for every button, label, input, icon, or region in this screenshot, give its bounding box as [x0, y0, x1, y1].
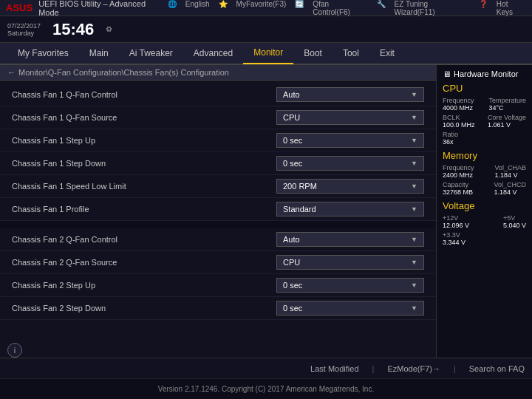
nav-boot[interactable]: Boot: [293, 42, 332, 64]
chassis-fan1-speed-low-limit-dropdown[interactable]: 200 RPM: [276, 179, 424, 194]
bottom-bar2: Version 2.17.1246. Copyright (C) 2017 Am…: [0, 378, 532, 399]
chassis-fan1-qfan-source-row: Chassis Fan 1 Q-Fan Source CPU: [0, 106, 436, 129]
hw-volt-5v-pair: +5V 5.040 V: [503, 214, 526, 229]
chassis-fan1-speed-low-limit-row: Chassis Fan 1 Speed Low Limit 200 RPM: [0, 175, 436, 198]
hw-cpu-temp-pair: Temperature 34°C: [488, 97, 526, 112]
hw-mem-freq-pair: Frequency 2400 MHz: [443, 164, 474, 179]
hw-volt-5v-val: 5.040 V: [503, 222, 526, 229]
hw-monitor-label: Hardware Monitor: [454, 69, 518, 78]
hw-volt-33v-key: +3.3V: [443, 231, 466, 239]
chassis-fan1-profile-dropdown[interactable]: Standard: [276, 202, 424, 216]
hw-cpu-ratio-pair: Ratio 36x: [443, 131, 458, 146]
hw-mem-freq-val: 2400 MHz: [443, 171, 474, 179]
hw-cpu-corevolt-pair: Core Voltage 1.061 V: [488, 114, 526, 129]
monitor-icon: 🖥: [443, 69, 451, 78]
chassis-fan1-qfan-control-dropdown[interactable]: Auto: [276, 87, 424, 102]
chassis-fan1-qfan-source-dropdown[interactable]: CPU: [276, 110, 424, 125]
pipe2: |: [454, 364, 456, 373]
chassis-fan2-step-up-label: Chassis Fan 2 Step Up: [12, 281, 276, 290]
hw-cpu-freq-key: Frequency: [443, 97, 474, 104]
chassis-fan2-step-down-dropdown[interactable]: 0 sec: [276, 301, 424, 316]
myfavorite-icon: ⭐: [219, 0, 228, 16]
hw-volt-33v-pair: +3.3V 3.344 V: [443, 231, 466, 246]
info-button[interactable]: i: [7, 343, 22, 358]
hotkeys-label[interactable]: Hot Keys: [497, 0, 526, 16]
chassis-fan1-speed-low-limit-value: 200 RPM: [276, 179, 424, 194]
nav-main[interactable]: Main: [79, 42, 119, 64]
ez-mode-button[interactable]: EzMode(F7)→: [387, 364, 440, 373]
nav-exit[interactable]: Exit: [369, 42, 405, 64]
hw-mem-cap-key: Capacity: [443, 181, 473, 188]
chassis-fan1-profile-value: Standard: [276, 202, 424, 216]
nav-tool[interactable]: Tool: [332, 42, 369, 64]
nav-my-favorites[interactable]: My Favorites: [7, 42, 79, 64]
hw-cpu-bclk-key: BCLK: [443, 114, 475, 121]
chassis-fan2-qfan-source-dropdown[interactable]: CPU: [276, 255, 424, 270]
hw-cpu-bclk-pair: BCLK 100.0 MHz: [443, 114, 475, 129]
day-text: Saturday: [7, 30, 41, 37]
bottom-bar1: Last Modified | EzMode(F7)→ | Search on …: [0, 358, 532, 378]
hw-volt-12v-key: +12V: [443, 214, 469, 222]
hw-mem-volchab-pair: Vol_CHAB 1.184 V: [494, 164, 526, 179]
ez-tuning-icon: 🔧: [377, 0, 386, 16]
chassis-fan2-qfan-source-row: Chassis Fan 2 Q-Fan Source CPU: [0, 251, 436, 274]
search-faq-button[interactable]: Search on FAQ: [469, 364, 525, 373]
last-modified-label: Last Modified: [310, 364, 358, 373]
chassis-fan1-step-down-row: Chassis Fan 1 Step Down 0 sec: [0, 152, 436, 175]
nav-monitor[interactable]: Monitor: [243, 42, 293, 64]
hw-mem-volchcd-val: 1.184 V: [494, 188, 526, 196]
hw-volt-12v-pair: +12V 12.096 V: [443, 214, 469, 229]
ez-tuning-label[interactable]: EZ Tuning Wizard(F11): [395, 0, 470, 16]
hw-volt-12v-val: 12.096 V: [443, 222, 469, 229]
hw-volt-33v-val: 3.344 V: [443, 239, 466, 246]
chassis-fan2-step-up-dropdown[interactable]: 0 sec: [276, 278, 424, 293]
qfan-icon: 🔄: [295, 0, 304, 16]
hw-cpu-freq-pair: Frequency 4000 MHz: [443, 97, 474, 112]
hw-mem-volchab-key: Vol_CHAB: [494, 164, 526, 171]
hw-mem-cap-volchcd: Capacity 32768 MB Vol_CHCD 1.184 V: [443, 181, 526, 196]
hw-cpu-temp-key: Temperature: [488, 97, 526, 104]
time-text: 15:46: [52, 20, 94, 39]
gear-icon[interactable]: ⚙: [106, 25, 112, 33]
chassis-fan2-qfan-control-value: Auto: [276, 232, 424, 247]
chassis-fan1-qfan-control-label: Chassis Fan 1 Q-Fan Control: [12, 90, 276, 99]
hw-mem-freq-volchab: Frequency 2400 MHz Vol_CHAB 1.184 V: [443, 164, 526, 179]
chassis-fan2-qfan-source-value: CPU: [276, 255, 424, 270]
breadcrumb-text: Monitor\Q-Fan Configuration\Chassis Fan(…: [18, 68, 229, 77]
back-arrow-icon[interactable]: ←: [7, 68, 16, 77]
hw-volt-33v: +3.3V 3.344 V: [443, 231, 526, 246]
hw-mem-cap-val: 32768 MB: [443, 188, 473, 196]
chassis-fan2-qfan-control-dropdown[interactable]: Auto: [276, 232, 424, 247]
hw-cpu-ratio-key: Ratio: [443, 131, 458, 138]
nav-bar: My Favorites Main Ai Tweaker Advanced Mo…: [0, 43, 532, 65]
main-content: ← Monitor\Q-Fan Configuration\Chassis Fa…: [0, 65, 532, 358]
nav-advanced[interactable]: Advanced: [183, 42, 243, 64]
chassis-fan2-qfan-source-label: Chassis Fan 2 Q-Fan Source: [12, 258, 276, 267]
chassis-fan1-step-down-dropdown[interactable]: 0 sec: [276, 156, 424, 171]
chassis-fan1-step-up-row: Chassis Fan 1 Step Up 0 sec: [0, 129, 436, 152]
hw-cpu-corevolt-key: Core Voltage: [488, 114, 526, 121]
language-label[interactable]: English: [185, 0, 210, 16]
hotkeys-icon: ❓: [479, 0, 488, 16]
hw-cpu-bclk-voltage: BCLK 100.0 MHz Core Voltage 1.061 V: [443, 114, 526, 129]
hw-mem-volchab-val: 1.184 V: [494, 171, 526, 179]
qfan-label[interactable]: Qfan Control(F6): [313, 0, 367, 16]
hw-volt-5v-key: +5V: [503, 214, 526, 222]
time-bar: 07/22/2017 Saturday 15:46 ⚙: [0, 16, 532, 43]
date-text: 07/22/2017: [7, 22, 41, 30]
chassis-fan1-step-up-label: Chassis Fan 1 Step Up: [12, 136, 276, 145]
chassis-fan2-step-down-row: Chassis Fan 2 Step Down 0 sec: [0, 297, 436, 320]
nav-ai-tweaker[interactable]: Ai Tweaker: [119, 42, 183, 64]
hw-mem-cap-pair: Capacity 32768 MB: [443, 181, 473, 196]
chassis-fan1-qfan-source-value: CPU: [276, 110, 424, 125]
chassis-fan1-qfan-control-value: Auto: [276, 87, 424, 102]
left-panel: ← Monitor\Q-Fan Configuration\Chassis Fa…: [0, 65, 436, 358]
hw-mem-freq-key: Frequency: [443, 164, 474, 171]
myfavorite-label[interactable]: MyFavorite(F3): [236, 0, 287, 16]
hw-cpu-freq-val: 4000 MHz: [443, 104, 474, 112]
chassis-fan2-step-up-row: Chassis Fan 2 Step Up 0 sec: [0, 274, 436, 297]
chassis-fan1-step-up-dropdown[interactable]: 0 sec: [276, 133, 424, 148]
chassis-fan2-qfan-control-row: Chassis Fan 2 Q-Fan Control Auto: [0, 228, 436, 251]
hw-cpu-section: CPU: [443, 83, 526, 94]
hw-cpu-temp-val: 34°C: [488, 104, 526, 112]
